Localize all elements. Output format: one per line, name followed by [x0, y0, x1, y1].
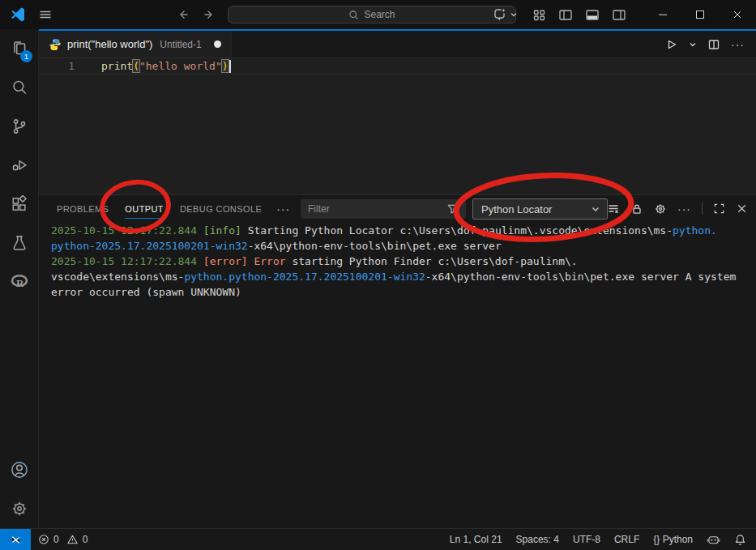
toggle-panel-icon[interactable] [585, 8, 600, 22]
modified-dot-icon[interactable] [214, 41, 221, 48]
sidebar-item-run-and-debug[interactable] [0, 146, 38, 185]
customize-layout-icon[interactable] [532, 8, 546, 22]
code-content: print("hello world") [101, 60, 231, 73]
status-eol[interactable]: CRLF [614, 534, 639, 545]
log-token: 2025-10-15 12:17:22.844 [51, 255, 203, 267]
status-bar: 0 0 Ln 1, Col 21Spaces: 4UTF-8CRLF{} Pyt… [0, 528, 756, 550]
sidebar-item-r-language[interactable]: R [0, 262, 38, 301]
manage-settings-button[interactable] [0, 489, 38, 528]
history-navigation [177, 0, 216, 29]
sidebar-item-source-control[interactable] [0, 107, 38, 146]
maximize-button[interactable] [681, 0, 719, 29]
log-token: Starting Python Locator c:\Users\dof-pau… [241, 224, 673, 237]
editor-tab-bar: print("hello world") Untitled-1 ··· [39, 29, 756, 58]
log-link[interactable]: python. [673, 224, 717, 237]
close-panel-button[interactable] [736, 203, 748, 215]
panel-tabs: PROBLEMSOUTPUTDEBUG CONSOLE [57, 199, 262, 219]
code-token-bracket-match: ( [133, 60, 139, 72]
editor-area[interactable]: 1 print("hello world") [39, 58, 756, 194]
menu-hamburger-icon[interactable] [39, 8, 52, 21]
output-log[interactable]: 2025-10-15 12:17:22.844 [info] Starting … [51, 223, 751, 528]
filter-funnel-icon[interactable] [446, 203, 459, 215]
log-token: error occurred (spawn UNKNOWN) [51, 286, 241, 298]
panel-tab-output[interactable]: OUTPUT [125, 199, 164, 219]
log-link[interactable]: python-2025.17.2025100201-win32 [51, 240, 248, 252]
search-placeholder: Search [364, 9, 395, 20]
title-bar-right [493, 0, 756, 29]
panel-tab-debug-console[interactable]: DEBUG CONSOLE [180, 199, 262, 218]
r-language-icon: R [10, 273, 29, 291]
log-line: error occurred (spawn UNKNOWN) [51, 284, 751, 300]
close-window-button[interactable] [719, 0, 756, 29]
notifications-bell-icon[interactable] [734, 534, 746, 546]
toggle-primary-sidebar-icon[interactable] [558, 8, 573, 22]
remote-indicator-button[interactable] [0, 529, 31, 550]
code-token-bracket-match: ) [222, 60, 229, 72]
minimize-button[interactable] [644, 0, 681, 29]
output-channel-value: Python Locator [481, 203, 552, 215]
output-settings-gear-button[interactable] [654, 203, 667, 215]
sidebar-item-testing[interactable] [0, 224, 38, 262]
lock-autoscroll-button[interactable] [630, 203, 643, 215]
chevron-down-icon [510, 11, 518, 19]
log-token: [error] Error [203, 255, 286, 267]
back-arrow-icon[interactable] [177, 8, 190, 21]
bottom-panel: PROBLEMSOUTPUTDEBUG CONSOLE ··· Python L… [39, 194, 756, 528]
split-editor-button[interactable] [707, 38, 720, 51]
tab-title: print("hello world") [67, 38, 152, 50]
more-panel-actions-button[interactable]: ··· [677, 203, 691, 215]
status-language-mode[interactable]: {} Python [653, 534, 693, 545]
output-filter-input[interactable] [301, 199, 466, 219]
python-file-icon [49, 38, 62, 51]
tab-description: Untitled-1 [160, 39, 201, 50]
status-bar-right: Ln 1, Col 21Spaces: 4UTF-8CRLF{} Python [450, 534, 756, 546]
vscode-logo-icon [10, 6, 26, 23]
run-dropdown-chevron-icon[interactable] [689, 41, 697, 49]
warning-count: 0 [83, 534, 88, 545]
warning-triangle-icon [66, 534, 79, 545]
problems-status-button[interactable]: 0 0 [38, 534, 88, 545]
explorer-badge: 1 [20, 50, 32, 62]
copilot-button[interactable] [493, 7, 518, 22]
more-editor-actions-button[interactable]: ··· [731, 39, 745, 50]
log-link[interactable]: python.python-2025.17.2025100201-win32 [184, 271, 425, 283]
accounts-button[interactable] [0, 450, 38, 489]
log-token: vscode\extensions\ms- [51, 271, 184, 283]
log-token: [info] [203, 224, 241, 237]
maximize-panel-button[interactable] [713, 203, 725, 215]
log-token: 2025-10-15 12:17:22.844 [51, 224, 203, 237]
text-cursor [229, 60, 231, 73]
line-number: 1 [39, 60, 75, 72]
command-center-search[interactable]: Search [228, 6, 516, 23]
svg-text:R: R [16, 277, 24, 289]
log-line: 2025-10-15 12:17:22.844 [error] Error st… [51, 254, 751, 269]
forward-arrow-icon[interactable] [203, 8, 216, 21]
sidebar-item-search[interactable] [0, 68, 38, 107]
run-debug-icon [11, 156, 28, 174]
source-control-branch-icon [11, 117, 28, 135]
sidebar-item-extensions[interactable] [0, 185, 38, 224]
code-line-1[interactable]: 1 print("hello world") [39, 58, 756, 75]
toggle-secondary-sidebar-icon[interactable] [612, 8, 626, 22]
sidebar-item-explorer[interactable]: 1 [0, 29, 38, 68]
log-line: python-2025.17.2025100201-win32-x64\pyth… [51, 238, 751, 254]
search-icon [348, 10, 359, 20]
status-indentation[interactable]: Spaces: 4 [516, 534, 559, 545]
panel-tab-problems[interactable]: PROBLEMS [57, 199, 109, 218]
activity-bar-spacer [0, 301, 38, 450]
code-token-function: print [101, 60, 133, 72]
account-icon [10, 460, 29, 480]
copilot-status-icon[interactable] [707, 534, 720, 546]
divider [702, 203, 703, 215]
run-python-file-button[interactable] [665, 38, 678, 51]
log-line: 2025-10-15 12:17:22.844 [info] Starting … [51, 223, 751, 238]
chevron-down-icon [591, 204, 600, 214]
log-token: starting Python Finder c:\Users\dof-paul… [286, 255, 578, 267]
clear-output-button[interactable] [607, 203, 620, 215]
more-panel-tabs-button[interactable]: ··· [276, 203, 290, 215]
output-channel-select[interactable]: Python Locator [472, 198, 608, 220]
status-encoding[interactable]: UTF-8 [573, 534, 600, 545]
log-token: -x64\python-env-tools\bin\pet.exe server… [425, 271, 737, 283]
editor-tab-untitled-1[interactable]: print("hello world") Untitled-1 [39, 31, 232, 58]
status-cursor-position[interactable]: Ln 1, Col 21 [450, 534, 502, 545]
